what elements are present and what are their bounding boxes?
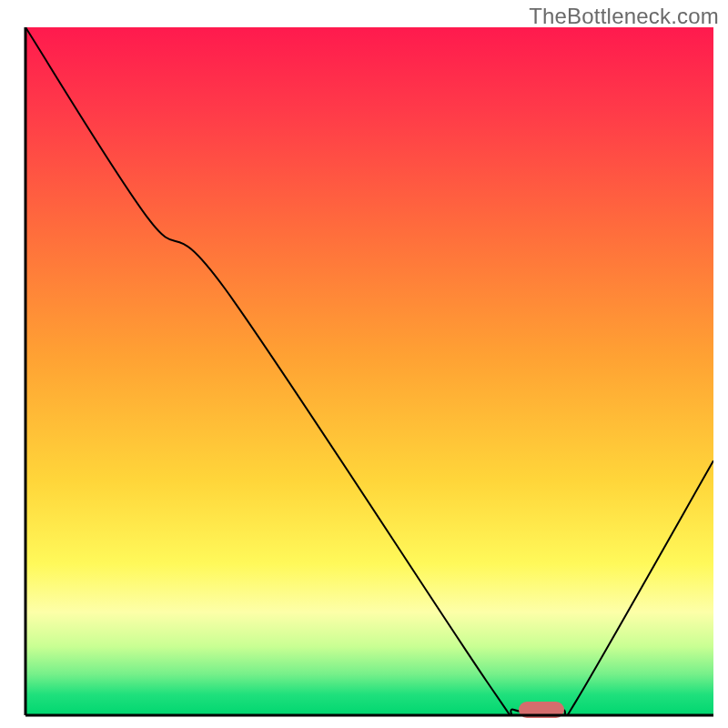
watermark-text: TheBottleneck.com [529, 4, 719, 29]
chart-container: TheBottleneck.com [0, 0, 728, 728]
bottleneck-curve-path [25, 27, 713, 715]
curve-layer [25, 27, 713, 715]
optimal-marker [519, 702, 564, 718]
